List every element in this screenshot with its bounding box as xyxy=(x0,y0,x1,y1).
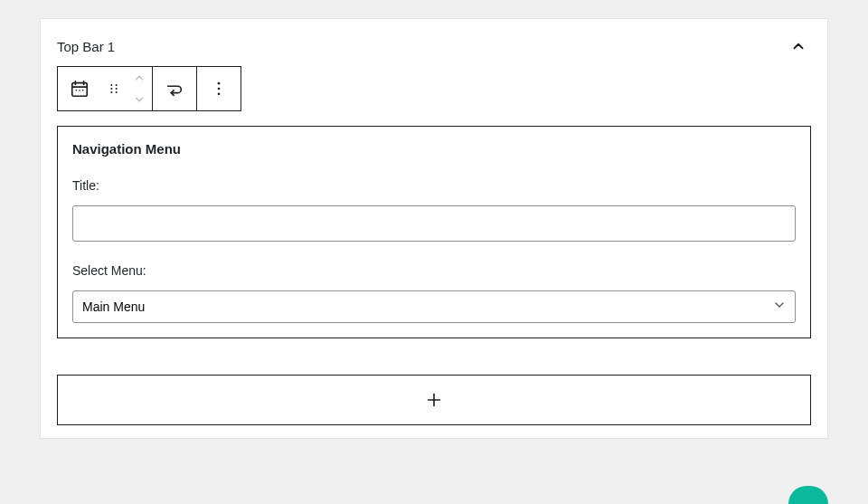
title-label: Title: xyxy=(72,178,796,193)
transform-icon xyxy=(165,79,184,99)
drag-handle-icon xyxy=(107,81,121,96)
drag-handle[interactable] xyxy=(101,67,127,110)
block-type-button[interactable] xyxy=(58,67,101,110)
legacy-widget-block: Navigation Menu Title: Select Menu: Main… xyxy=(57,126,811,338)
svg-point-11 xyxy=(110,91,112,93)
widget-heading: Navigation Menu xyxy=(72,141,796,157)
select-menu-label: Select Menu: xyxy=(72,263,796,278)
collapse-button[interactable] xyxy=(786,33,811,59)
toolbar-group-block xyxy=(58,67,153,110)
panel-header: Top Bar 1 xyxy=(57,33,811,59)
svg-point-10 xyxy=(116,88,118,90)
toolbar-group-more xyxy=(197,67,241,110)
svg-point-7 xyxy=(110,84,112,86)
svg-rect-0 xyxy=(72,83,88,97)
toolbar-group-transform xyxy=(153,67,197,110)
svg-point-12 xyxy=(116,91,118,93)
svg-point-9 xyxy=(110,88,112,90)
svg-point-15 xyxy=(218,93,221,96)
select-menu-dropdown[interactable]: Main Menu xyxy=(72,290,796,323)
move-down-button[interactable] xyxy=(127,89,152,110)
panel-title: Top Bar 1 xyxy=(57,39,115,54)
block-mover xyxy=(127,67,152,110)
transform-button[interactable] xyxy=(153,67,196,110)
plus-icon xyxy=(424,390,444,410)
add-block-button[interactable] xyxy=(57,375,811,425)
svg-point-8 xyxy=(116,84,118,86)
move-up-button[interactable] xyxy=(127,67,152,89)
chevron-up-icon xyxy=(133,71,146,84)
widget-area-panel: Top Bar 1 xyxy=(40,18,828,439)
svg-point-14 xyxy=(218,88,221,90)
svg-point-13 xyxy=(218,82,221,85)
more-options-button[interactable] xyxy=(197,67,241,110)
title-input[interactable] xyxy=(72,205,796,242)
block-toolbar xyxy=(57,66,241,111)
chevron-up-icon xyxy=(790,38,807,54)
more-vertical-icon xyxy=(210,80,228,98)
help-fab[interactable] xyxy=(788,486,828,504)
calendar-icon xyxy=(70,79,90,99)
chevron-down-icon xyxy=(133,93,146,106)
select-menu-wrapper: Main Menu xyxy=(72,290,796,323)
